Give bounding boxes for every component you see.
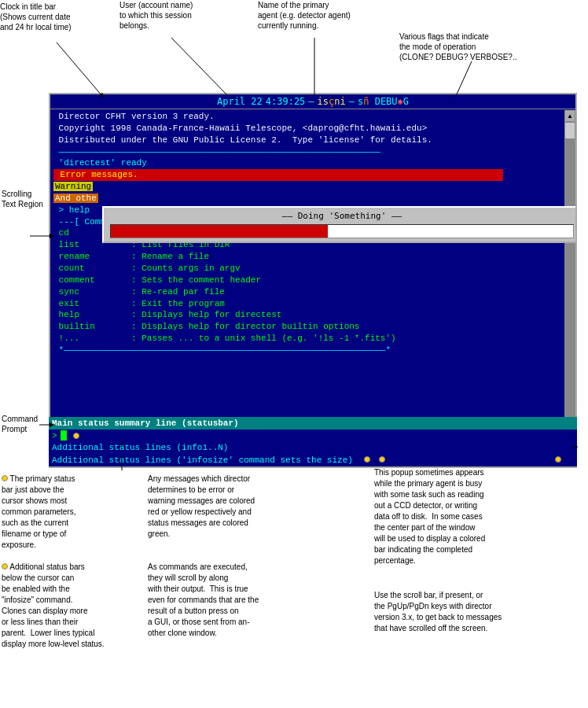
primary-status-annotation: The primary statusbar just above thecurs…: [2, 474, 135, 551]
cmd-help: help : Displays help for directest: [53, 309, 561, 321]
progress-bar-fill: [111, 225, 328, 238]
cmd-count: count : Counts args in argv: [53, 263, 561, 275]
main-status-bar: Main status summary line (statusbar): [49, 417, 577, 430]
user-display: isçni: [318, 96, 346, 107]
scroll-up-arrow[interactable]: ▲: [565, 110, 575, 121]
scrollbar[interactable]: ▲ ▼: [564, 110, 575, 453]
scrolling-text-label: ScrollingText Region: [2, 189, 43, 209]
main-status-text: Main status summary line (statusbar): [52, 419, 239, 428]
dot-ref2: [2, 563, 8, 570]
dot-indicator1: [73, 433, 79, 439]
progress-title: —— Doing 'Something' ——: [110, 211, 574, 221]
cmd-exit: exit : Exit the program: [53, 298, 561, 310]
directest-ready-line: 'directest' ready: [53, 157, 561, 169]
user-annotation: User (account name)to which this session…: [119, 0, 193, 31]
popup-annotation: This popup sometimes appearswhile the pr…: [374, 467, 586, 566]
cmd-builtin: builtin : Displays help for director bui…: [53, 321, 561, 333]
terminal-line: Copyright 1998 Canada-France-Hawaii Tele…: [53, 123, 561, 135]
progress-percent: 47%: [334, 227, 350, 237]
info2-text: Additional status lines ('infosize' comm…: [52, 455, 353, 465]
error-warning-annotation: Any messages which directordetermines to…: [148, 474, 360, 540]
info1-text: Additional status lines (info1..N): [52, 443, 228, 452]
dot-indicator2: [364, 456, 370, 463]
prompt-symbol: >: [52, 431, 57, 441]
flags-annotation: Various flags that indicatethe mode of o…: [399, 31, 517, 62]
command-prompt-label: CommandPrompt: [2, 414, 38, 434]
and-other-line: And othe: [53, 193, 561, 205]
commands-scroll-annotation: As commands are executed,they will scrol…: [148, 562, 362, 639]
annotations-top: Clock in title bar(Shows current dateand…: [0, 0, 588, 94]
command-prompt-line[interactable]: >: [49, 430, 577, 441]
bottom-dashes: *———————————————————————————————————————…: [53, 345, 561, 356]
dot-indicator3: [379, 456, 385, 463]
terminal-line-dashes: ————————————————————————————————————————…: [53, 146, 561, 158]
clock-annotation: Clock in title bar(Shows current dateand…: [0, 2, 72, 32]
date-display: April 22: [217, 96, 263, 107]
scrollbar-annotation: Use the scroll bar, if present, orthe Pg…: [374, 590, 586, 634]
dot-indicator4: [555, 456, 561, 463]
terminal-window: April 22 4:39:25 — isçni — sñ DEBU✱G ▲ ▼…: [49, 93, 577, 455]
cmd-comment: comment : Sets the comment header: [53, 275, 561, 286]
time-display: 4:39:25: [266, 96, 306, 107]
status-info2: Additional status lines ('infosize' comm…: [49, 454, 577, 468]
error-line: Error messages.: [53, 169, 503, 181]
terminal-content: Director CFHT version 3 ready. Copyright…: [50, 109, 575, 451]
svg-line-0: [57, 42, 102, 96]
svg-line-3: [456, 61, 472, 96]
cursor-block: [61, 430, 67, 441]
warning-line: Warning: [53, 181, 561, 193]
status-info1: Additional status lines (info1..N): [49, 441, 577, 454]
title-bar: April 22 4:39:25 — isçni — sñ DEBU✱G: [50, 94, 575, 109]
agent-annotation: Name of the primaryagent (e.g. detector …: [258, 0, 351, 31]
cmd-shell: !... : Passes ... to a unix shell (e.g. …: [53, 333, 561, 345]
cmd-sync: sync : Re-read par file: [53, 286, 561, 298]
scrollbar-thumb[interactable]: [565, 123, 575, 138]
progress-bar-container: 47%: [110, 224, 574, 238]
dot-ref1: [2, 475, 8, 481]
terminal-line: Distributed under the GNU Public License…: [53, 135, 561, 146]
svg-line-1: [171, 38, 228, 96]
flags-display: sñ DEBU✱G: [358, 96, 409, 107]
progress-dialog: —— Doing 'Something' —— 47%: [102, 206, 577, 243]
status-section: Main status summary line (statusbar) > A…: [49, 417, 577, 468]
cmd-rename: rename : Rename a file: [53, 251, 561, 263]
terminal-line: Director CFHT version 3 ready.: [53, 111, 561, 123]
additional-status-annotation: Additional status barsbelow the cursor c…: [2, 562, 141, 650]
